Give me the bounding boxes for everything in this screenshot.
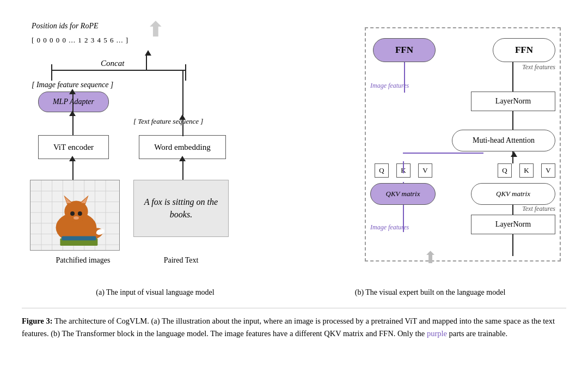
qkv-matrix-right-label: QKV matrix — [496, 190, 530, 198]
mha-arrowhead — [511, 151, 517, 157]
ffn-left-label: FFN — [395, 45, 413, 56]
fox-text-content: A fox is sitting on the books. — [138, 196, 224, 221]
mha-box: Muti-head Attention — [452, 130, 555, 151]
text-feature-seq: [ Text feature sequence ] — [133, 117, 203, 126]
qkv-left-down-line — [403, 205, 404, 232]
qkv-matrix-left-label: QKV matrix — [386, 190, 420, 198]
svg-point-21 — [78, 211, 82, 216]
layernorm-bottom-down-line — [512, 234, 513, 256]
figure-text-end: parts are trainable. — [447, 329, 507, 338]
q-right-box: Q — [498, 163, 512, 178]
word-concat-line — [182, 70, 183, 115]
big-up-arrow-icon: ⬆ — [147, 19, 163, 41]
qkv-labels-right: Q K V — [498, 163, 555, 178]
ffn-left-box: FFN — [373, 38, 436, 62]
qkv-matrix-right-box: QKV matrix — [471, 183, 555, 205]
k-right-box: K — [519, 163, 534, 178]
layernorm-top-box: LayerNorm — [471, 92, 555, 111]
v-right-box: V — [541, 163, 555, 178]
concat-label: Concat — [101, 59, 124, 68]
img-feature-seq: [ Image feature sequence ] — [32, 81, 113, 89]
svg-point-20 — [70, 211, 75, 216]
mlp-up-line — [72, 93, 74, 112]
fox-image-area — [30, 180, 120, 251]
fox-vit-arrowhead — [69, 156, 76, 161]
left-ffn-down-line — [404, 62, 405, 93]
diagrams-row: ⬆ Position ids for RoPE [ 0 0 0 0 0 ... … — [22, 11, 566, 300]
layernorm-bottom-box: LayerNorm — [471, 215, 555, 234]
v-left-box: V — [418, 163, 432, 178]
concat-h-line — [51, 70, 186, 71]
figure-label: Figure 3: — [22, 317, 53, 325]
q-left-box: Q — [375, 163, 389, 178]
vit-up-line — [72, 113, 74, 136]
concat-up-line — [146, 56, 147, 71]
vit-encoder-label: ViT encoder — [53, 143, 94, 152]
svg-rect-26 — [62, 236, 96, 240]
bottom-up-arrow-icon: ⬆ — [424, 248, 437, 267]
image-features-top-label: Image features — [370, 82, 409, 90]
main-container: ⬆ Position ids for RoPE [ 0 0 0 0 0 ... … — [0, 0, 588, 351]
fox-image-svg — [30, 180, 119, 250]
right-ffn-down-line — [512, 62, 513, 92]
text-features-bottom-label: Text features — [522, 205, 555, 213]
mlp-up-arrowhead — [69, 89, 76, 94]
fox-text-box: A fox is sitting on the books. — [133, 180, 229, 237]
qkv-layernorm-line — [512, 205, 513, 215]
mlp-adapter-box: MLP Adapter — [38, 92, 109, 112]
position-ids-label: Position ids for RoPE — [32, 22, 99, 31]
caption-a: (a) The input of visual language model — [22, 288, 289, 297]
fox-vit-line — [72, 159, 74, 180]
word-embedding-label: Word embedding — [154, 143, 210, 152]
ffn-right-label: FFN — [515, 45, 533, 56]
concat-up-arrowhead — [145, 50, 151, 56]
position-ids-values: [ 0 0 0 0 0 ... 1 2 3 4 5 6 ... ] — [32, 36, 128, 45]
ffn-right-box: FFN — [493, 38, 555, 62]
paired-text-label: Paired Text — [133, 256, 229, 265]
left-diagram: ⬆ Position ids for RoPE [ 0 0 0 0 0 ... … — [22, 11, 289, 300]
text-features-top-label: Text features — [522, 63, 555, 71]
vit-up-arrowhead — [69, 111, 76, 116]
fox-word-arrowhead — [179, 156, 186, 161]
layernorm-bottom-label: LayerNorm — [495, 220, 531, 229]
svg-point-22 — [74, 216, 79, 220]
layernorm-top-label: LayerNorm — [495, 97, 531, 106]
caption-b: (b) The visual expert built on the langu… — [294, 288, 566, 297]
layernorm-mha-line — [512, 111, 513, 130]
mha-label: Muti-head Attention — [473, 136, 535, 145]
fox-word-line — [182, 159, 183, 181]
word-up-line — [182, 118, 183, 136]
qkv-left-up-line — [403, 161, 404, 173]
patchified-images-label: Patchified images — [38, 256, 128, 265]
right-diagram: FFN FFN Text features Image features Lay… — [294, 11, 566, 300]
qkv-h-line — [403, 153, 483, 154]
qkv-mat-left-up — [403, 182, 404, 183]
concat-right-line — [185, 64, 186, 81]
figure-caption: Figure 3: The architecture of CogVLM. (a… — [22, 308, 566, 340]
qkv-matrix-left-box: QKV matrix — [370, 183, 436, 205]
figure-purple-word: purple — [427, 329, 447, 338]
concat-left-line — [51, 64, 52, 81]
